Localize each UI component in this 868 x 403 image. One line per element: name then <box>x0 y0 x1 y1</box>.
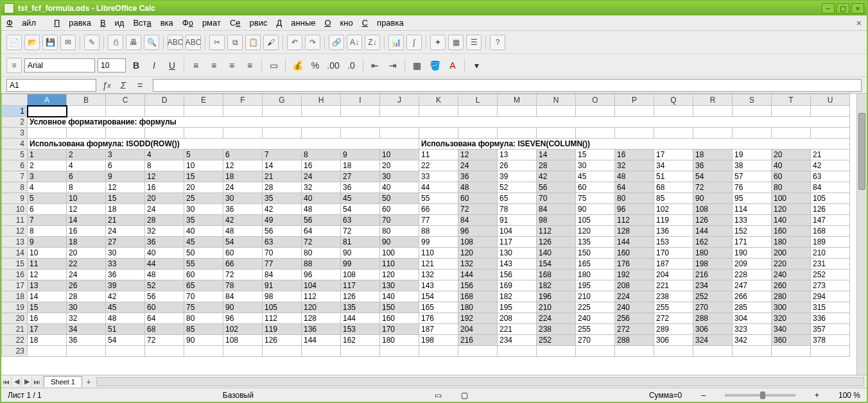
cell-M21[interactable]: 221 <box>498 324 537 335</box>
cell-I1[interactable] <box>341 106 380 117</box>
row-header-3[interactable]: 3 <box>2 128 28 139</box>
cell-A22[interactable]: 18 <box>28 335 67 346</box>
cell-N21[interactable]: 238 <box>537 324 576 335</box>
cell-G14[interactable]: 70 <box>263 248 302 259</box>
cell-K13[interactable]: 99 <box>419 237 458 248</box>
cell-F12[interactable]: 48 <box>223 226 263 237</box>
export-pdf-icon[interactable]: ⎙ <box>108 35 123 50</box>
cell-T3[interactable] <box>772 128 811 139</box>
cell-N8[interactable]: 56 <box>537 182 576 193</box>
cell-M12[interactable]: 104 <box>498 226 537 237</box>
cell-F10[interactable]: 36 <box>223 204 263 215</box>
cell-M6[interactable]: 26 <box>498 160 537 171</box>
cell-A20[interactable]: 16 <box>28 313 67 324</box>
cell-E7[interactable]: 15 <box>184 171 223 182</box>
cell-C11[interactable]: 21 <box>106 215 145 226</box>
menu-data[interactable]: Данные <box>276 18 315 28</box>
cell-P10[interactable]: 96 <box>615 204 654 215</box>
cell-B10[interactable]: 12 <box>67 204 106 215</box>
cell-N13[interactable]: 126 <box>537 237 576 248</box>
cell-I19[interactable]: 135 <box>341 302 380 313</box>
cell-K21[interactable]: 187 <box>419 324 458 335</box>
cell-N22[interactable]: 252 <box>537 335 576 346</box>
cell-Q20[interactable]: 272 <box>654 313 693 324</box>
cell-M1[interactable] <box>498 106 537 117</box>
cell-C20[interactable]: 48 <box>106 313 145 324</box>
cell-D12[interactable]: 32 <box>145 226 184 237</box>
datasources-icon[interactable]: ☰ <box>466 35 482 50</box>
gallery-icon[interactable]: ▦ <box>448 35 464 50</box>
cell-C8[interactable]: 12 <box>106 182 145 193</box>
row-header-7[interactable]: 7 <box>2 171 28 182</box>
cell-M22[interactable]: 234 <box>498 335 537 346</box>
cell-E17[interactable]: 65 <box>184 280 223 291</box>
tab-last-icon[interactable]: ⏭ <box>32 377 42 387</box>
cell-B19[interactable]: 30 <box>67 302 106 313</box>
merge-cells-icon[interactable]: ▭ <box>266 58 281 73</box>
chart-icon[interactable]: 📊 <box>388 35 404 50</box>
cell-G19[interactable]: 105 <box>263 302 302 313</box>
row-header-16[interactable]: 16 <box>2 270 28 280</box>
cell-P9[interactable]: 80 <box>615 193 654 204</box>
cell-S22[interactable]: 342 <box>733 335 772 346</box>
cell-D23[interactable] <box>145 346 184 357</box>
cell-K16[interactable]: 132 <box>419 270 458 280</box>
cell-N11[interactable]: 98 <box>537 215 576 226</box>
borders-icon[interactable]: ▦ <box>409 58 424 73</box>
cell-I23[interactable] <box>341 346 380 357</box>
close-doc-icon[interactable]: × <box>856 18 862 28</box>
cell-J14[interactable]: 100 <box>380 248 419 259</box>
cell-Q11[interactable]: 119 <box>654 215 693 226</box>
cell-O17[interactable]: 195 <box>576 280 615 291</box>
cell-R20[interactable]: 288 <box>693 313 733 324</box>
cell-L1[interactable] <box>458 106 498 117</box>
row-header-11[interactable]: 11 <box>2 215 28 226</box>
font-color-icon[interactable]: A <box>445 58 460 73</box>
cell-A11[interactable]: 7 <box>28 215 67 226</box>
cell-L16[interactable]: 144 <box>458 270 498 280</box>
cell-B13[interactable]: 18 <box>67 237 106 248</box>
cell-Q17[interactable]: 221 <box>654 280 693 291</box>
cell-U22[interactable]: 378 <box>811 335 850 346</box>
cell-R18[interactable]: 252 <box>693 291 733 302</box>
cell-K18[interactable]: 154 <box>419 291 458 302</box>
cell-S3[interactable] <box>733 128 772 139</box>
cell-B3[interactable] <box>67 128 106 139</box>
cell-L12[interactable]: 96 <box>458 226 498 237</box>
cell-G12[interactable]: 56 <box>263 226 302 237</box>
cell-E9[interactable]: 25 <box>184 193 223 204</box>
cell-A2[interactable]: Условное форматирование: формулы <box>28 117 850 128</box>
cell-F3[interactable] <box>223 128 263 139</box>
cell-K6[interactable]: 22 <box>419 160 458 171</box>
cell-C10[interactable]: 18 <box>106 204 145 215</box>
cell-G16[interactable]: 84 <box>263 270 302 280</box>
cell-D9[interactable]: 20 <box>145 193 184 204</box>
cell-S20[interactable]: 304 <box>733 313 772 324</box>
titlebar[interactable]: tst_fcf_formula.ods - LibreOffice Calc –… <box>1 1 867 15</box>
cell-J3[interactable] <box>380 128 419 139</box>
cell-G6[interactable]: 14 <box>263 160 302 171</box>
cell-U18[interactable]: 294 <box>811 291 850 302</box>
row-header-21[interactable]: 21 <box>2 324 28 335</box>
cell-Q3[interactable] <box>654 128 693 139</box>
cell-P1[interactable] <box>615 106 654 117</box>
cell-L7[interactable]: 36 <box>458 171 498 182</box>
cell-P15[interactable]: 176 <box>615 259 654 270</box>
cell-A6[interactable]: 2 <box>28 160 67 171</box>
cell-E15[interactable]: 55 <box>184 259 223 270</box>
cell-K8[interactable]: 44 <box>419 182 458 193</box>
cell-O9[interactable]: 75 <box>576 193 615 204</box>
cell-O11[interactable]: 105 <box>576 215 615 226</box>
cell-T17[interactable]: 260 <box>772 280 811 291</box>
cell-N19[interactable]: 210 <box>537 302 576 313</box>
cell-S7[interactable]: 57 <box>733 171 772 182</box>
col-header-D[interactable]: D <box>145 94 184 106</box>
cell-R17[interactable]: 234 <box>693 280 733 291</box>
cell-H9[interactable]: 40 <box>302 193 341 204</box>
cell-Q23[interactable] <box>654 346 693 357</box>
cell-K5[interactable]: 11 <box>419 150 458 160</box>
cell-O10[interactable]: 90 <box>576 204 615 215</box>
cell-M15[interactable]: 143 <box>498 259 537 270</box>
cell-A13[interactable]: 9 <box>28 237 67 248</box>
cell-J21[interactable]: 170 <box>380 324 419 335</box>
